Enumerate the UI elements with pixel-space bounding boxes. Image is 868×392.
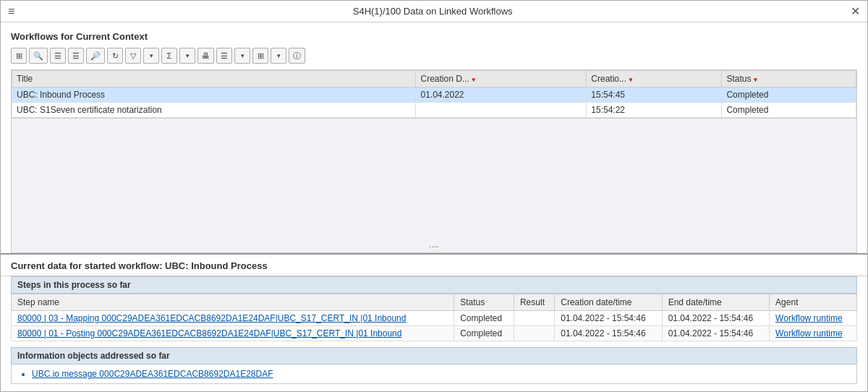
sigma-dropdown-button[interactable]: ▾ [179, 48, 195, 64]
title-bar: ≡ S4H(1)/100 Data on Linked Workflows ✕ [1, 1, 867, 22]
close-button[interactable]: ✕ [851, 4, 860, 18]
spacer-area: .... [11, 119, 857, 253]
window-title: S4H(1)/100 Data on Linked Workflows [14, 6, 851, 17]
cell-title: UBC: Inbound Process [12, 88, 416, 103]
step-name-cell[interactable]: 80000 | 01 - Posting 000C29ADEA361EDCACB… [12, 326, 454, 341]
cell-creation-time: 15:54:22 [587, 103, 722, 118]
cell-creation-time: 15:54:45 [587, 88, 722, 103]
align-right-button[interactable]: ☰ [68, 48, 84, 64]
toolbar: ⊞ 🔍 ☰ ☰ 🔎 ↻ ▽ ▾ Σ ▾ 🖶 ☰ ▾ ⊞ ▾ ⓘ [11, 48, 857, 64]
steps-section: Steps in this process so far Step name S… [11, 276, 857, 341]
refresh-button[interactable]: ↻ [107, 48, 123, 64]
col-status[interactable]: Status▼ [722, 71, 856, 88]
sigma-button[interactable]: Σ [161, 48, 177, 64]
view-dropdown-button[interactable]: ▾ [234, 48, 250, 64]
step-name-cell[interactable]: 80000 | 03 - Mapping 000C29ADEA361EDCACB… [12, 311, 454, 326]
menu-icon[interactable]: ≡ [8, 5, 14, 18]
zoom-button[interactable]: 🔍 [29, 48, 48, 64]
cell-status: Completed [722, 103, 856, 118]
step-result-cell [514, 326, 554, 341]
steps-table-row: 80000 | 03 - Mapping 000C29ADEA361EDCACB… [12, 311, 857, 326]
filter-dropdown-button[interactable]: ▾ [143, 48, 159, 64]
step-agent-cell[interactable]: Workflow runtime [770, 326, 857, 341]
workflows-section-title: Workflows for Current Context [11, 31, 857, 42]
grid-button[interactable]: ⊞ [252, 48, 268, 64]
step-agent-cell[interactable]: Workflow runtime [770, 311, 857, 326]
info-section-body: UBC.io message 000C29ADEA361EDCACB8692DA… [11, 365, 857, 384]
table-row[interactable]: UBC: Inbound Process 01.04.2022 15:54:45… [12, 88, 856, 103]
workflows-table-container: Title Creation D...▼ Creatio...▼ Status▼… [11, 69, 857, 119]
cell-creation-date: 01.04.2022 [416, 88, 587, 103]
steps-section-header: Steps in this process so far [11, 276, 857, 294]
step-creation-dt-cell: 01.04.2022 - 15:54:46 [555, 326, 662, 341]
step-end-dt-cell: 01.04.2022 - 15:54:46 [662, 326, 769, 341]
col-creation-date[interactable]: Creation D...▼ [416, 71, 587, 88]
steps-col-agent: Agent [770, 294, 857, 311]
filter-button[interactable]: ▽ [125, 48, 141, 64]
list-item[interactable]: UBC.io message 000C29ADEA361EDCACB8692DA… [32, 369, 851, 379]
bottom-panel-title: Current data for started workflow: UBC: … [1, 255, 867, 276]
table-row[interactable]: UBC: S1Seven certificate notarization 15… [12, 103, 856, 118]
steps-col-status: Status [454, 294, 514, 311]
steps-table-row: 80000 | 01 - Posting 000C29ADEA361EDCACB… [12, 326, 857, 341]
select-all-button[interactable]: ⊞ [11, 48, 27, 64]
cell-title: UBC: S1Seven certificate notarization [12, 103, 416, 118]
col-creation-time[interactable]: Creatio...▼ [587, 71, 722, 88]
col-title[interactable]: Title [12, 71, 416, 88]
view-button[interactable]: ☰ [216, 48, 232, 64]
workflows-table: Title Creation D...▼ Creatio...▼ Status▼… [12, 70, 856, 118]
main-window: ≡ S4H(1)/100 Data on Linked Workflows ✕ … [0, 0, 868, 392]
bottom-panel: Current data for started workflow: UBC: … [1, 253, 867, 391]
steps-col-creation-dt: Creation date/time [555, 294, 662, 311]
info-section-header: Information objects addressed so far [11, 347, 857, 365]
steps-col-result: Result [514, 294, 554, 311]
main-content: Workflows for Current Context ⊞ 🔍 ☰ ☰ 🔎 … [1, 22, 867, 253]
step-status-cell: Completed [454, 326, 514, 341]
step-end-dt-cell: 01.04.2022 - 15:54:46 [662, 311, 769, 326]
step-status-cell: Completed [454, 311, 514, 326]
grid-dropdown-button[interactable]: ▾ [271, 48, 286, 64]
steps-table: Step name Status Result Creation date/ti… [11, 294, 857, 341]
info-button[interactable]: ⓘ [289, 48, 305, 64]
expand-dots[interactable]: .... [429, 239, 438, 250]
cell-creation-date [416, 103, 587, 118]
step-creation-dt-cell: 01.04.2022 - 15:54:46 [555, 311, 662, 326]
align-left-button[interactable]: ☰ [50, 48, 66, 64]
step-result-cell [514, 311, 554, 326]
steps-col-end-dt: End date/time [662, 294, 769, 311]
info-section: Information objects addressed so far UBC… [11, 347, 857, 384]
steps-col-name: Step name [12, 294, 454, 311]
cell-status: Completed [722, 88, 856, 103]
print-button[interactable]: 🖶 [197, 48, 214, 64]
find-button[interactable]: 🔎 [86, 48, 105, 64]
